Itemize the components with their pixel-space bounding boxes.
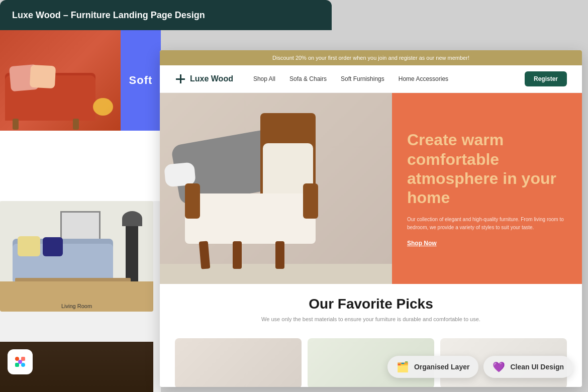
left-preview: Soft Living Room xyxy=(0,30,161,392)
title-bar: Luxe Wood – Furniture Landing Page Desig… xyxy=(0,0,332,30)
organised-layer-text: Organised Layer xyxy=(414,363,470,371)
picks-description: We use only the best materials to ensure… xyxy=(175,316,567,322)
nav-sofa-chairs[interactable]: Sofa & Chairs xyxy=(289,75,327,82)
hero-image xyxy=(160,93,392,284)
svg-rect-1 xyxy=(21,357,25,361)
hero-title: Create warm comfortable atmosphere in yo… xyxy=(407,130,567,208)
register-button[interactable]: Register xyxy=(525,71,567,86)
picks-section: Our Favorite Picks We use only the best … xyxy=(160,284,582,338)
svg-rect-2 xyxy=(15,363,19,367)
sofa-image xyxy=(0,30,121,131)
clean-ui-text: Clean UI Design xyxy=(510,363,564,371)
nav-home-accessories[interactable]: Home Accessories xyxy=(399,75,448,82)
figma-icon xyxy=(8,349,33,374)
hero-description: Our collection of elegant and high-quali… xyxy=(407,216,567,232)
title-bar-text: Luxe Wood – Furniture Landing Page Desig… xyxy=(12,10,205,21)
wall-frame xyxy=(60,211,101,241)
figma-preview: The Desig xyxy=(0,342,153,392)
living-room-image: Living Room xyxy=(0,201,153,312)
main-site: Discount 20% on your first order when yo… xyxy=(160,50,582,387)
nav-shop-all[interactable]: Shop All xyxy=(253,75,275,82)
product-card-1[interactable] xyxy=(175,338,302,387)
chair-arm-right xyxy=(303,183,318,219)
chair-leg2 xyxy=(233,241,242,269)
white-spacer xyxy=(0,131,161,201)
blue-label-box: Soft xyxy=(121,30,161,131)
lr-pillow2 xyxy=(43,237,63,256)
clean-ui-icon: 💜 xyxy=(493,361,505,373)
chair-seat xyxy=(185,193,316,244)
svg-rect-3 xyxy=(21,363,25,367)
soft-label: Soft xyxy=(129,74,153,87)
logo-name: Luxe Wood xyxy=(190,74,233,83)
logo-area: Luxe Wood xyxy=(175,73,233,84)
chair-leg1 xyxy=(199,241,211,269)
clean-ui-badge: 💜 Clean UI Design xyxy=(483,356,573,378)
promo-text: Discount 20% on your first order when yo… xyxy=(272,55,469,61)
chair-leg3 xyxy=(275,241,284,269)
promo-bar: Discount 20% on your first order when yo… xyxy=(160,50,582,65)
badges-row: 🗂️ Organised Layer 💜 Clean UI Design xyxy=(387,356,573,378)
logo-cross-icon xyxy=(175,73,186,84)
picks-title: Our Favorite Picks xyxy=(175,296,567,312)
hero-section: Create warm comfortable atmosphere in yo… xyxy=(160,93,582,284)
hero-content: Create warm comfortable atmosphere in yo… xyxy=(392,93,582,284)
lr-pillow1 xyxy=(18,236,40,256)
organised-layer-icon: 🗂️ xyxy=(397,361,409,373)
organised-layer-badge: 🗂️ Organised Layer xyxy=(387,356,479,378)
svg-rect-0 xyxy=(15,357,19,361)
chair-arm-left xyxy=(185,183,200,219)
decor-item xyxy=(93,98,113,116)
svg-rect-4 xyxy=(18,360,22,364)
sofa-leg1 xyxy=(13,119,19,130)
nav-soft-furnishings[interactable]: Soft Furnishings xyxy=(341,75,384,82)
navbar: Luxe Wood Shop All Sofa & Chairs Soft Fu… xyxy=(160,65,582,93)
lr-lamp-shade xyxy=(122,211,142,226)
shop-now-link[interactable]: Shop Now xyxy=(407,240,567,247)
nav-links: Shop All Sofa & Chairs Soft Furnishings … xyxy=(253,75,525,82)
lr-lamp xyxy=(126,224,138,284)
sofa-leg2 xyxy=(73,119,79,130)
living-room-label: Living Room xyxy=(61,303,92,309)
pillow2 xyxy=(30,65,56,89)
